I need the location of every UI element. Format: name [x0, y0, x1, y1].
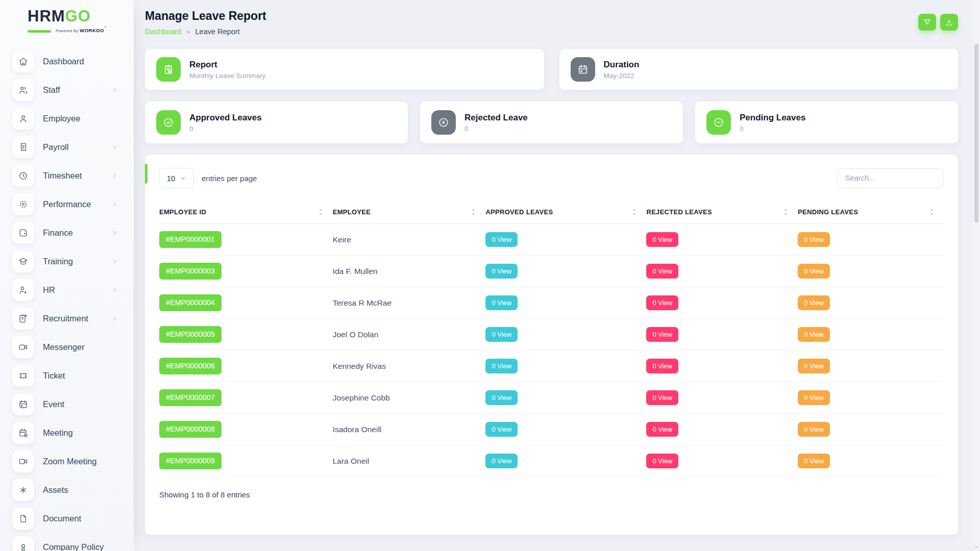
sidebar-item-document[interactable]: Document [0, 504, 134, 533]
chevron-right-icon [111, 86, 118, 94]
table-row: #EMP0000001 Keire 0 View 0 View 0 View [159, 224, 944, 256]
entries-per-page-select[interactable]: 10 [159, 168, 194, 188]
employee-id-badge[interactable]: #EMP0000007 [159, 389, 222, 406]
card-accent-bar [145, 164, 148, 184]
table-row: #EMP0000009 Lara Oneil 0 View 0 View 0 V… [159, 445, 944, 477]
sidebar-item-company-policy[interactable]: Company Policy [0, 533, 134, 551]
pending-view-button[interactable]: 0 View [798, 422, 830, 437]
employee-id-badge[interactable]: #EMP0000009 [159, 453, 222, 469]
sidebar-item-label: Recruitment [43, 314, 88, 323]
employee-id-badge[interactable]: #EMP0000004 [159, 294, 222, 311]
rejected-view-button[interactable]: 0 View [646, 264, 678, 279]
employee-id-badge[interactable]: #EMP0000006 [159, 358, 222, 374]
employee-name: Ida F. Mullen [333, 267, 486, 276]
approved-view-button[interactable]: 0 View [485, 454, 518, 468]
approved-view-button[interactable]: 0 View [485, 327, 518, 342]
sidebar-item-hr[interactable]: HR [0, 276, 134, 304]
approved-view-button[interactable]: 0 View [485, 295, 518, 310]
rejected-leave-title: Rejected Leave [464, 113, 528, 123]
employee-name: Joel O Dolan [333, 330, 486, 339]
download-button[interactable] [940, 14, 958, 31]
pending-view-button[interactable]: 0 View [798, 454, 830, 468]
column-header-employee-id[interactable]: EMPLOYEE ID [159, 208, 333, 216]
pending-view-button[interactable]: 0 View [798, 359, 830, 373]
sidebar-item-employee[interactable]: Employee [0, 104, 134, 133]
employee-name: Kennedy Rivas [333, 362, 486, 371]
employee-id-badge[interactable]: #EMP0000008 [159, 421, 222, 438]
sidebar-item-timesheet[interactable]: Timesheet [0, 161, 134, 190]
sidebar-item-performance[interactable]: Performance [0, 190, 134, 218]
rejected-view-button[interactable]: 0 View [646, 454, 678, 468]
approved-view-button[interactable]: 0 View [485, 232, 518, 247]
pending-view-button[interactable]: 0 View [798, 327, 830, 342]
sidebar-nav: Dashboard Staff Employee Payroll Timeshe… [0, 47, 134, 551]
sidebar-item-training[interactable]: Training [0, 247, 134, 276]
scrollbar-down-button[interactable] [973, 543, 980, 550]
sidebar-item-finance[interactable]: Finance [0, 218, 134, 247]
column-label: APPROVED LEAVES [485, 208, 553, 216]
table-row: #EMP0000003 Ida F. Mullen 0 View 0 View … [159, 256, 944, 287]
scrollbar-thumb[interactable] [974, 44, 978, 222]
chevron-right-icon [111, 143, 118, 151]
sidebar-item-dashboard[interactable]: Dashboard [0, 47, 134, 76]
approved-view-button[interactable]: 0 View [485, 359, 518, 373]
employee-name: Isadora Oneill [333, 425, 486, 434]
approved-leaves-card: Approved Leaves 0 [145, 102, 408, 143]
sidebar-item-payroll[interactable]: Payroll [0, 133, 134, 161]
sidebar-item-event[interactable]: Event [0, 390, 134, 418]
rejected-view-button[interactable]: 0 View [646, 359, 678, 373]
sidebar-item-label: Staff [43, 85, 60, 95]
rejected-leave-count: 0 [464, 125, 528, 133]
sidebar-item-ticket[interactable]: Ticket [0, 361, 134, 390]
rejected-view-button[interactable]: 0 View [646, 295, 678, 310]
pending-view-button[interactable]: 0 View [798, 232, 830, 247]
pending-view-button[interactable]: 0 View [798, 295, 830, 310]
sidebar-item-label: HR [43, 285, 55, 295]
sidebar-item-messenger[interactable]: Messenger [0, 333, 134, 361]
rejected-view-button[interactable]: 0 View [646, 232, 678, 247]
pending-view-button[interactable]: 0 View [798, 264, 830, 279]
sidebar-item-label: Zoom Meeting [43, 457, 96, 466]
vertical-scrollbar [973, 0, 980, 551]
sidebar-item-recruitment[interactable]: Recruitment [0, 304, 134, 333]
sidebar-item-zoom-meeting[interactable]: Zoom Meeting [0, 447, 134, 475]
chevron-down-icon [180, 175, 186, 182]
approved-view-button[interactable]: 0 View [485, 422, 518, 437]
powered-by-label: Powered By [56, 29, 78, 33]
column-header-rejected-leaves[interactable]: REJECTED LEAVES [646, 208, 798, 216]
sidebar-item-staff[interactable]: Staff [0, 76, 134, 104]
table-row: #EMP0000005 Joel O Dolan 0 View 0 View 0… [159, 319, 944, 350]
sidebar-item-meeting[interactable]: Meeting [0, 418, 134, 447]
rejected-view-button[interactable]: 0 View [646, 390, 678, 405]
search-input[interactable] [838, 168, 944, 188]
chevron-right-icon [111, 229, 118, 237]
approved-view-button[interactable]: 0 View [485, 264, 518, 279]
sidebar-item-label: Document [43, 514, 81, 523]
user-plus-icon [12, 279, 34, 301]
calendar-clock-icon [12, 422, 34, 444]
stats-row: Approved Leaves 0 Rejected Leave 0 Pendi… [145, 102, 958, 143]
column-header-pending-leaves[interactable]: PENDING LEAVES [798, 208, 944, 216]
rejected-view-button[interactable]: 0 View [646, 422, 678, 437]
brand-tagline: Powered By WORKDO [28, 28, 104, 33]
table-row: #EMP0000004 Teresa R McRae 0 View 0 View… [159, 287, 944, 319]
column-label: PENDING LEAVES [798, 208, 858, 216]
approved-view-button[interactable]: 0 View [485, 390, 518, 405]
column-header-employee[interactable]: EMPLOYEE [333, 208, 486, 216]
sidebar-item-assets[interactable]: Assets [0, 475, 134, 504]
brand-logo[interactable]: HRMGO Powered By WORKDO [28, 8, 134, 33]
funnel-icon [923, 18, 932, 27]
breadcrumb-dashboard-link[interactable]: Dashboard [145, 28, 181, 36]
employee-id-badge[interactable]: #EMP0000003 [159, 263, 222, 280]
chevron-right-icon [111, 172, 118, 180]
asterisk-icon [12, 479, 34, 501]
column-header-approved-leaves[interactable]: APPROVED LEAVES [485, 208, 646, 216]
employee-name: Josephine Cobb [333, 393, 486, 403]
employee-id-badge[interactable]: #EMP0000001 [159, 231, 222, 248]
rejected-view-button[interactable]: 0 View [646, 327, 678, 342]
table-controls: 10 entries per page [159, 155, 944, 188]
pending-view-button[interactable]: 0 View [798, 390, 830, 405]
pending-leaves-title: Pending Leaves [740, 113, 805, 123]
filter-button[interactable] [918, 14, 936, 31]
employee-id-badge[interactable]: #EMP0000005 [159, 326, 222, 343]
